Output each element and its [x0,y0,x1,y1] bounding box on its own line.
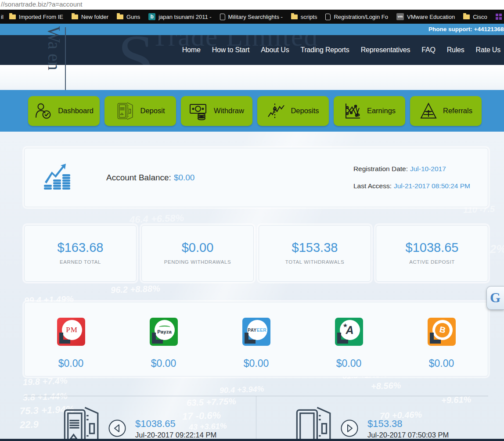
payeer-label-pay: PAY [248,327,257,333]
stat-label: TOTAL WITHDRAWALS [259,259,371,265]
payment-amount: $0.00 [336,358,362,369]
ticker-watermark: 2% [490,242,504,256]
ticker-watermark: 90.4 +3.94% [220,384,264,395]
payment-amount: $0.00 [58,358,84,369]
ticker-watermark: 96.2 +8.88% [111,283,161,295]
cash-icon [189,102,209,120]
nav-rules[interactable]: Rules [447,46,464,54]
bookmark-label: Imported From IE [19,14,63,20]
withdraw-button[interactable]: Withdraw [181,96,252,126]
dashboard-button[interactable]: Dashboard [28,96,100,126]
menu-button-label: Deposit [140,107,165,115]
nav-about-us[interactable]: About Us [261,46,289,54]
stat-value: $163.68 [25,240,136,255]
balance-coins-icon [42,162,76,194]
bookmark-item[interactable]: Guns [117,14,140,20]
translate-widget-button[interactable]: G [486,286,504,310]
perfect-money-icon[interactable]: PM [57,318,85,346]
bookmark-label: japan tsunami 2011 - [158,14,211,20]
phone-support-bar: Phone support: +441213688 [0,24,504,35]
safe-open-icon [294,407,334,441]
payment-amount: $0.00 [429,358,454,369]
last-deposit-amount: $1038.65 [135,418,216,430]
bookmark-item[interactable]: Registration/Login Fo [325,14,388,20]
bing-icon: b [148,13,155,20]
chart-line-icon [267,102,285,120]
bookmark-label-cut[interactable]: il [1,14,4,20]
account-balance-card: Account Balance:$0.00 Registration Date:… [24,148,488,207]
stat-label: EARNED TOTAL [25,259,136,265]
header-light-strip [0,65,504,90]
address-url[interactable]: //sonartrade.biz/?a=account [0,0,83,9]
bookmark-item[interactable]: Military Searchlights - [220,14,283,20]
deposits-button[interactable]: Deposits [257,96,329,126]
menu-button-label: Dashboard [58,107,94,115]
payeer-icon[interactable]: PAYEER [242,318,270,346]
stat-value: $153.38 [259,240,371,255]
stat-value: $1038.65 [376,240,488,255]
registration-date-value: Jul-10-2017 [410,165,446,172]
bookmark-label: Military Searchlights - [228,14,283,20]
account-balance-value: $0.00 [174,173,195,182]
payment-amount: $0.00 [151,358,176,369]
bookmark-item[interactable]: Imported From IE [9,14,63,20]
bookmarks-bar: il Imported From IE New folder Guns bjap… [0,10,504,24]
payment-col-payeer: PAYEER $0.00 [210,318,302,369]
account-menu-band: Dashboard Deposit [0,90,504,132]
payment-balances-card: PM $0.00 Payza $0.00 PAYEER $0.00 [24,302,488,376]
last-withdrawal-amount: $153.38 [367,418,449,430]
menu-button-label: Deposits [291,107,319,115]
payment-amount: $0.00 [244,358,269,369]
payment-col-advcash: ★A $0.00 [302,318,395,369]
bookmark-label: VMware Education [407,14,455,20]
bookmark-item[interactable]: Cisco [463,14,487,20]
footer-dark-strip [0,439,504,441]
vmware-icon: vm [396,13,404,20]
bookmark-item[interactable]: Find a lost phone I [496,14,504,20]
microsoft-icon [496,14,502,20]
bitcoin-icon[interactable]: B [428,318,456,346]
page-icon [325,14,331,20]
payment-col-bitcoin: B $0.00 [395,318,488,369]
bookmark-item[interactable]: bjapan tsunami 2011 - [148,13,211,20]
ticker-watermark: 19.8 +7.4% [23,376,68,387]
last-access-value: Jul-21-2017 08:50:24 PM [394,182,470,190]
nav-how-to-start[interactable]: How to Start [212,46,250,54]
nav-trading-reports[interactable]: Trading Reports [300,46,349,54]
ghost-logo-s: S [118,35,154,65]
bookmark-item[interactable]: New folder [72,14,108,20]
translate-g-label: G [490,290,500,306]
safe-open-icon [61,407,102,441]
deposit-button[interactable]: Deposit [104,96,176,126]
nav-faq[interactable]: FAQ [421,46,435,54]
stat-card-earned-total: $163.68 EARNED TOTAL [24,225,137,282]
payza-icon[interactable]: Payza [150,318,178,346]
stat-card-active-deposit: $1038.65 ACTIVE DEPOSIT [376,225,488,282]
last-access-row: Last Access:Jul-21-2017 08:50:24 PM [353,178,470,195]
next-arrow-button[interactable] [340,419,359,437]
last-withdrawal-panel: $153.38 Jul-20-2017 07:50:03 PM [256,396,488,439]
nav-representatives[interactable]: Representatives [361,46,410,54]
referrals-button[interactable]: Referrals [410,96,482,126]
prev-arrow-button[interactable] [108,419,126,437]
phone-support-text: Phone support: +441213688 [428,26,504,32]
bookmark-label: New folder [81,14,108,20]
site-logo-vertical-text: Wa en [42,26,66,92]
pyramid-icon [419,102,438,120]
account-balance: Account Balance:$0.00 [106,173,194,183]
nav-rate-us[interactable]: Rate Us [476,46,500,54]
registration-date-row: Registration Date:Jul-10-2017 [353,161,470,178]
bookmark-label: Registration/Login Fo [334,14,388,20]
bookmark-item[interactable]: vmVMware Education [396,13,455,20]
advcash-icon[interactable]: ★A [335,318,363,346]
stats-row: $163.68 EARNED TOTAL $0.00 PENDING WITHD… [24,225,488,282]
last-access-label: Last Access: [353,182,392,190]
bookmark-item[interactable]: scripts [291,14,317,20]
bookmark-label: Guns [126,14,140,20]
earnings-button[interactable]: Earnings [334,96,405,126]
last-deposit-info: $1038.65 Jul-20-2017 09:22:14 PM [135,418,216,439]
last-withdrawal-info: $153.38 Jul-20-2017 07:50:03 PM [367,418,449,439]
nav-home[interactable]: Home [182,46,201,54]
bookmark-label: Cisco [473,14,487,20]
folder-icon [72,14,78,19]
